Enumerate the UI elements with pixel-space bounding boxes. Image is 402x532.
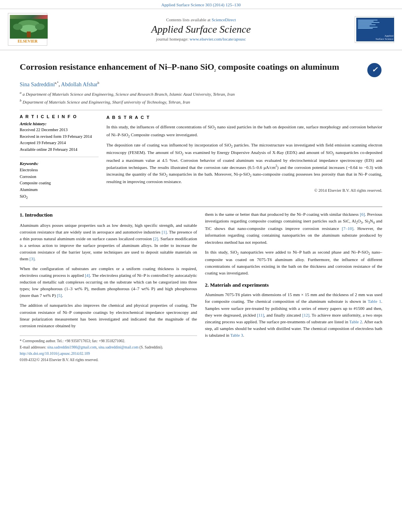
elsevier-label: ELSEVIER <box>10 39 45 44</box>
elsevier-image <box>10 15 48 39</box>
body-para-1: Aluminum alloys posses unique properties… <box>20 222 197 262</box>
main-content: Corrosion resistance enhancement of Ni–P… <box>0 50 402 368</box>
crossmark-icon: ✓ <box>367 63 382 77</box>
footnote-issn: 0169-4332/© 2014 Elsevier B.V. All right… <box>20 357 197 363</box>
elsevier-logo: ELSEVIER <box>8 13 47 46</box>
contents-line: Contents lists available at ScienceDirec… <box>55 17 347 22</box>
affiliations: a a Department of Materials Science and … <box>20 90 382 105</box>
accepted-date: Accepted 19 February 2014 <box>20 140 99 146</box>
table1-ref[interactable]: Table 1 <box>368 299 381 304</box>
ref-12[interactable]: [12] <box>302 313 309 317</box>
section2-heading: 2. Materials and experiments <box>205 281 382 289</box>
body-columns: 1. Introduction Aluminum alloys posses u… <box>20 211 382 364</box>
sciencedirect-link[interactable]: ScienceDirect <box>212 17 236 22</box>
abstract-para2: The deposition rate of coating was influ… <box>106 142 382 185</box>
body-para-r1: them is the same or better than that pro… <box>205 211 382 246</box>
ref-2[interactable]: [2] <box>153 236 158 241</box>
keyword-1: Electroless <box>20 167 99 174</box>
history-title: Article history: <box>20 121 99 126</box>
section1-heading: 1. Introduction <box>20 211 197 219</box>
svg-point-5 <box>35 24 45 30</box>
keyword-3: Composite coating <box>20 180 99 187</box>
keywords-section: Keywords: Electroless Corrosion Composit… <box>20 161 99 201</box>
crossmark-badge: ✓ <box>367 63 382 78</box>
received-date: Received 22 December 2013 <box>20 127 99 133</box>
ref-1[interactable]: [1] <box>162 230 167 234</box>
abstract-panel: A B S T R A C T In this study, the influ… <box>106 114 382 201</box>
keywords-title: Keywords: <box>20 161 99 166</box>
ref-6[interactable]: [6] <box>360 212 365 217</box>
email-suffix: (S. Sadreddini). <box>140 345 163 349</box>
email-2[interactable]: sina.sadreddini@mail.com <box>99 345 139 349</box>
ref-5[interactable]: [5] <box>57 293 62 298</box>
paper-title-area: Corrosion resistance enhancement of Ni–P… <box>20 61 382 78</box>
svg-rect-3 <box>27 32 31 37</box>
footnote-corresponding: * Corresponding author. Tel.: +98 935071… <box>20 338 197 344</box>
affil-b: b Department of Materials Science and En… <box>20 98 382 105</box>
homepage-url[interactable]: www.elsevier.com/locate/apsusc <box>190 37 246 41</box>
authors-line: Sina Sadreddinia,*, Abdollah Afsharb <box>20 81 382 88</box>
doi-link[interactable]: http://dx.doi.org/10.1016/j.apsusc.2014.… <box>20 352 90 356</box>
author-sina[interactable]: Sina Sadreddini <box>20 82 55 87</box>
footnote-doi: http://dx.doi.org/10.1016/j.apsusc.2014.… <box>20 351 197 356</box>
ref-7-10[interactable]: [7–10] <box>342 226 353 231</box>
ref-11[interactable]: [11] <box>257 313 264 317</box>
ref-3[interactable]: [3] <box>30 256 35 261</box>
header: ELSEVIER Contents lists available at Sci… <box>0 9 402 50</box>
article-info-panel: A R T I C L E I N F O Article history: R… <box>20 114 99 201</box>
revised-date: Received in revised form 19 February 201… <box>20 134 99 140</box>
journal-logo-caption: AppliedSurface Science <box>376 34 393 41</box>
section-divider-1 <box>20 110 382 110</box>
email-label: E-mail addresses: <box>20 345 47 349</box>
abstract-heading: A B S T R A C T <box>106 114 382 121</box>
body-col-right: them is the same or better than that pro… <box>205 211 382 364</box>
author-abdollah[interactable]: Abdollah Afshar <box>61 82 98 87</box>
journal-logo-image: AppliedSurface Science <box>356 18 394 41</box>
footnote-area: * Corresponding author. Tel.: +98 935071… <box>20 336 197 363</box>
abstract-para1: In this study, the influences of differe… <box>106 124 382 139</box>
paper-title-text: Corrosion resistance enhancement of Ni–P… <box>20 61 363 73</box>
article-info-heading: A R T I C L E I N F O <box>20 114 99 119</box>
journal-title: Applied Surface Science <box>55 24 347 35</box>
body-para-2: When the configuration of substrates are… <box>20 265 197 299</box>
body-col-left: 1. Introduction Aluminum alloys posses u… <box>20 211 197 364</box>
abstract-text: In this study, the influences of differe… <box>106 124 382 185</box>
keyword-2: Corrosion <box>20 174 99 180</box>
svg-point-4 <box>13 24 22 30</box>
table2-ref[interactable]: Table 2 <box>349 319 362 324</box>
bottom-divider <box>20 206 382 207</box>
email-1[interactable]: sina.sadreddini1986@gmail.com <box>47 345 97 349</box>
available-date: Available online 28 February 2014 <box>20 147 99 153</box>
info-abstract-columns: A R T I C L E I N F O Article history: R… <box>20 114 382 201</box>
body-para-r3: Aluminum 7075-T6 plates with dimensions … <box>205 291 382 338</box>
info-divider <box>20 157 99 157</box>
keyword-5: SiO2 <box>20 193 99 201</box>
ref-4[interactable]: [4] <box>85 273 90 278</box>
copyright-line: © 2014 Elsevier B.V. All rights reserved… <box>106 187 382 194</box>
table3-ref[interactable]: Table 3 <box>230 333 243 337</box>
journal-logo: AppliedSurface Science <box>355 16 394 43</box>
journal-reference: Applied Surface Science 303 (2014) 125–1… <box>0 0 402 9</box>
journal-homepage: journal homepage: www.elsevier.com/locat… <box>55 37 347 41</box>
keyword-4: Aluminum <box>20 187 99 193</box>
journal-header-center: Contents lists available at ScienceDirec… <box>47 17 355 41</box>
affil-a: a a Department of Materials Science and … <box>20 90 382 97</box>
body-para-r2: In this study, SiO2 nanoparticles were a… <box>205 249 382 277</box>
footnote-email: E-mail addresses: sina.sadreddini1986@gm… <box>20 345 197 350</box>
body-para-3: The addition of nanoparticles also impro… <box>20 302 197 329</box>
